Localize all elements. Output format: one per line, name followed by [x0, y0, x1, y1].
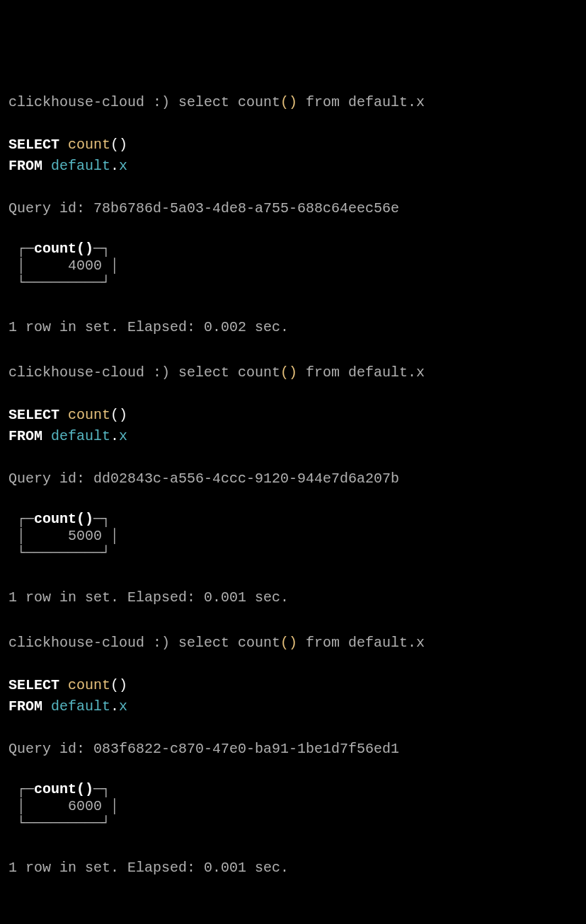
- paren-icon: (): [280, 635, 297, 651]
- paren-icon: (): [280, 94, 297, 110]
- command-text: select count: [178, 94, 280, 110]
- parsed-sql: SELECT count()FROM default.x: [8, 405, 578, 447]
- query-id-line: Query id: 083f6822-c870-47e0-ba91-1be1d7…: [8, 739, 578, 760]
- result-footer: 1 row in set. Elapsed: 0.002 sec.: [8, 317, 578, 338]
- command-text: from default.x: [297, 94, 425, 110]
- prompt-line[interactable]: clickhouse-cloud :) select count() from …: [8, 362, 578, 383]
- parsed-sql: SELECT count()FROM default.x: [8, 675, 578, 717]
- prompt-line[interactable]: clickhouse-cloud :) select count() from …: [8, 92, 578, 113]
- query-id-line: Query id: dd02843c-a556-4ccc-9120-944e7d…: [8, 468, 578, 490]
- terminal-output: clickhouse-cloud :) select count() from …: [8, 92, 578, 879]
- result-box: ┌─count()─┐ │ 5000 │ └─────────┘: [8, 511, 119, 562]
- prompt-label: clickhouse-cloud :): [8, 364, 178, 381]
- prompt-line[interactable]: clickhouse-cloud :) select count() from …: [8, 633, 578, 654]
- paren-icon: (): [280, 364, 297, 381]
- command-text: select count: [178, 364, 280, 381]
- query-id-line: Query id: 78b6786d-5a03-4de8-a755-688c64…: [8, 198, 578, 219]
- result-box: ┌─count()─┐ │ 6000 │ └─────────┘: [8, 781, 119, 832]
- prompt-label: clickhouse-cloud :): [8, 635, 178, 651]
- result-footer: 1 row in set. Elapsed: 0.001 sec.: [8, 857, 578, 879]
- command-text: from default.x: [297, 364, 425, 381]
- prompt-label: clickhouse-cloud :): [8, 94, 178, 110]
- result-footer: 1 row in set. Elapsed: 0.001 sec.: [8, 587, 578, 608]
- command-text: select count: [178, 635, 280, 651]
- result-box: ┌─count()─┐ │ 4000 │ └─────────┘: [8, 241, 119, 291]
- parsed-sql: SELECT count()FROM default.x: [8, 134, 578, 177]
- command-text: from default.x: [297, 635, 425, 651]
